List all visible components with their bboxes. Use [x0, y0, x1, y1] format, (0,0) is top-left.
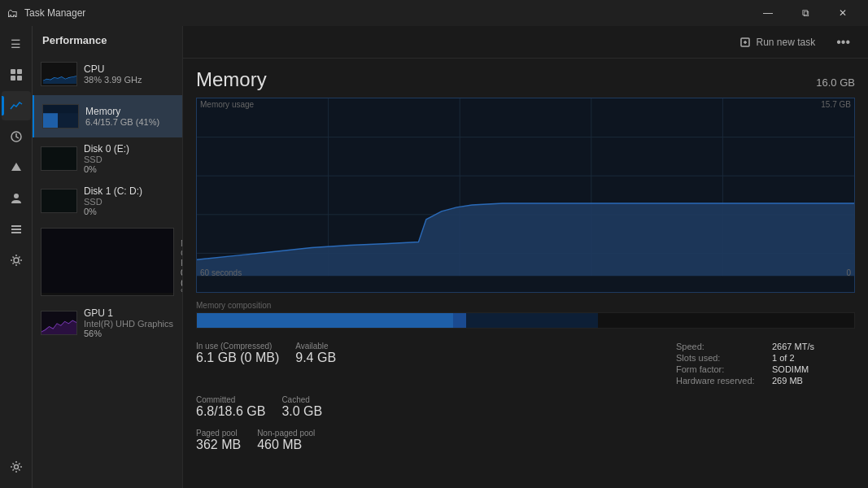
hwreserved-key: Hardware reserved:: [676, 376, 765, 386]
svg-rect-18: [41, 229, 173, 293]
sidebar-item-startup[interactable]: [2, 153, 31, 182]
slots-key: Slots used:: [676, 353, 765, 363]
device-item-memory[interactable]: Memory 6.4/15.7 GB (41%): [33, 95, 182, 137]
svg-rect-14: [43, 113, 58, 128]
available-value: 9.4 GB: [295, 351, 336, 365]
speed-val: 2667 MT/s: [772, 342, 814, 351]
stat-group-cached: Cached 3.0 GB: [281, 395, 322, 419]
disk1-value: 0%: [84, 207, 174, 216]
stat-group-nonpaged: Non-paged pool 460 MB: [257, 429, 315, 452]
stat-row-speed: Speed: 2667 MT/s: [676, 342, 855, 351]
nonpaged-label: Non-paged pool: [257, 429, 315, 438]
stats-row2: Committed 6.8/18.6 GB Cached 3.0 GB: [196, 395, 855, 419]
stat-group-committed: Committed 6.8/18.6 GB: [196, 395, 265, 419]
run-new-task-button[interactable]: Run new task: [733, 33, 822, 51]
cached-value: 3.0 GB: [281, 404, 322, 419]
sidebar-item-processes[interactable]: [2, 60, 31, 89]
paged-label: Paged pool: [196, 429, 241, 438]
gpu1-value: 56%: [84, 329, 174, 338]
comp-in-use: [197, 313, 453, 328]
cpu-name: CPU: [84, 63, 174, 75]
device-item-gpu0[interactable]: GPU 0 NVIDIA GeForce RTX... 0% (42 °C): [33, 222, 182, 302]
svg-rect-0: [11, 69, 15, 74]
sidebar-item-performance[interactable]: [2, 91, 31, 120]
stat-group-available: Available 9.4 GB: [295, 342, 336, 386]
svg-point-10: [14, 258, 19, 263]
icon-sidebar: ☰: [0, 26, 33, 488]
app-layout: ☰ Performance: [0, 26, 868, 488]
disk0-thumb: [41, 146, 77, 171]
main-panel: Performance CPU 38% 3.99 GHz: [33, 26, 868, 488]
chart-zero-label: 0: [846, 268, 851, 277]
memory-value: 6.4/15.7 GB (41%): [85, 117, 174, 127]
title-bar: 🗂 Task Manager — ⧉ ✕: [0, 0, 868, 26]
svg-rect-8: [11, 229, 21, 230]
disk1-info: Disk 1 (C: D:) SSD 0%: [84, 185, 174, 216]
sidebar-item-services[interactable]: [2, 246, 31, 275]
gpu0-thumb: [41, 228, 174, 296]
disk0-info: Disk 0 (E:) SSD 0%: [84, 143, 174, 174]
memory-total: 16.0 GB: [816, 76, 855, 89]
svg-rect-15: [58, 113, 78, 128]
sidebar-item-hamburger[interactable]: ☰: [2, 29, 31, 59]
cpu-info: CPU 38% 3.99 GHz: [84, 63, 174, 85]
device-item-disk1[interactable]: Disk 1 (C: D:) SSD 0%: [33, 180, 182, 222]
restore-button[interactable]: ⧉: [787, 0, 824, 26]
composition-label: Memory composition: [196, 301, 855, 310]
stats-left: In use (Compressed) 6.1 GB (0 MB) Availa…: [196, 342, 676, 386]
svg-rect-7: [11, 225, 21, 227]
svg-rect-1: [17, 69, 22, 74]
form-key: Form factor:: [676, 364, 765, 374]
disk0-sub: SSD: [84, 155, 174, 164]
composition-section: Memory composition: [196, 301, 855, 329]
stat-row-slots: Slots used: 1 of 2: [676, 353, 855, 363]
sidebar-item-apphistory[interactable]: [2, 122, 31, 151]
device-item-gpu1[interactable]: GPU 1 Intel(R) UHD Graphics 56%: [33, 302, 182, 344]
committed-label: Committed: [196, 395, 265, 404]
sidebar-item-users[interactable]: [2, 184, 31, 213]
stats-container: In use (Compressed) 6.1 GB (0 MB) Availa…: [196, 342, 855, 386]
committed-value: 6.8/18.6 GB: [196, 404, 265, 419]
nonpaged-value: 460 MB: [257, 438, 315, 452]
chart-svg: [197, 98, 854, 292]
memory-info: Memory 6.4/15.7 GB (41%): [85, 106, 174, 127]
more-options-button[interactable]: •••: [831, 33, 855, 51]
title-bar-left: 🗂 Task Manager: [7, 7, 85, 20]
stats-row3: Paged pool 362 MB Non-paged pool 460 MB: [196, 429, 855, 452]
svg-rect-2: [11, 76, 15, 81]
svg-rect-16: [41, 147, 76, 170]
content-area: Run new task ••• Memory 16.0 GB Memory u…: [183, 26, 868, 488]
comp-free: [598, 313, 854, 328]
chart-time-label: 60 seconds: [200, 268, 242, 277]
memory-title: Memory: [196, 68, 267, 91]
gpu1-name: GPU 1: [84, 307, 174, 319]
disk0-value: 0%: [84, 164, 174, 174]
minimize-button[interactable]: —: [749, 0, 787, 26]
close-button[interactable]: ✕: [824, 0, 861, 26]
sidebar-item-details[interactable]: [2, 215, 31, 244]
chart-max-label: 15.7 GB: [821, 100, 851, 109]
device-item-disk0[interactable]: Disk 0 (E:) SSD 0%: [33, 137, 182, 180]
svg-point-6: [14, 194, 19, 198]
stat-row-hwreserved: Hardware reserved: 269 MB: [676, 376, 855, 386]
svg-rect-17: [41, 190, 76, 212]
slots-val: 1 of 2: [772, 353, 795, 363]
gpu1-thumb: [41, 311, 77, 335]
cpu-value: 38% 3.99 GHz: [84, 75, 174, 85]
cpu-thumb: [41, 62, 77, 86]
sidebar-item-settings[interactable]: [2, 452, 31, 481]
svg-rect-9: [11, 232, 21, 233]
memory-chart: Memory usage 15.7 GB 60 seconds 0: [196, 98, 855, 293]
content-topbar: Run new task •••: [183, 26, 868, 59]
disk1-thumb: [41, 189, 77, 213]
stats-right: Speed: 2667 MT/s Slots used: 1 of 2 Form…: [676, 342, 855, 386]
inuse-value: 6.1 GB (0 MB): [196, 351, 279, 365]
stat-row-form: Form factor: SODIMM: [676, 364, 855, 374]
composition-bar: [196, 312, 855, 329]
svg-rect-3: [17, 76, 22, 81]
run-task-label: Run new task: [756, 37, 815, 48]
app-icon: 🗂: [7, 7, 18, 20]
app-title: Task Manager: [24, 7, 85, 19]
speed-key: Speed:: [676, 342, 765, 351]
device-item-cpu[interactable]: CPU 38% 3.99 GHz: [33, 53, 182, 95]
